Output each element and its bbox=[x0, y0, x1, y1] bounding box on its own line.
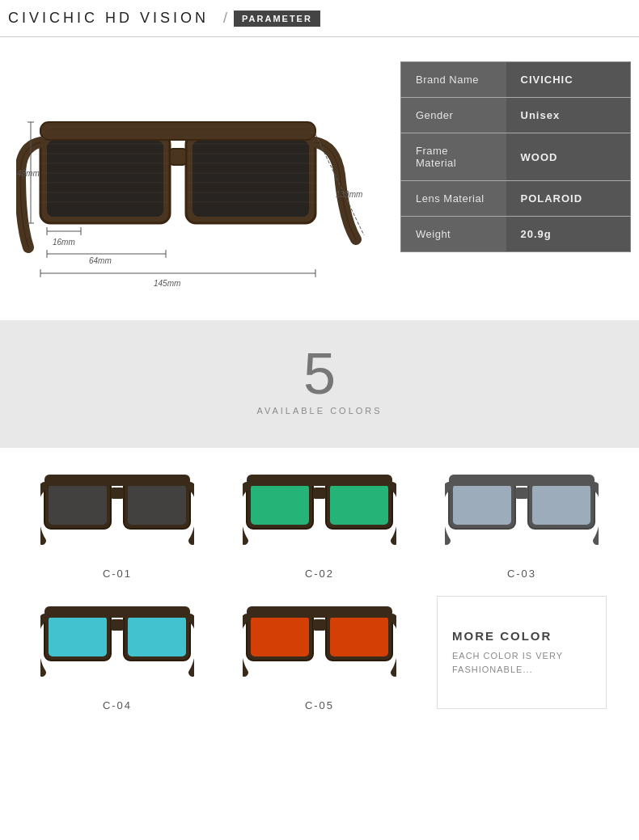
svg-rect-61 bbox=[128, 616, 186, 656]
svg-rect-67 bbox=[330, 616, 388, 656]
glasses-item-c02: C-02 bbox=[226, 464, 413, 580]
glasses-code-c05: C-05 bbox=[305, 699, 334, 711]
glasses-code-c03: C-03 bbox=[507, 568, 536, 580]
spec-value: CIVICHIC bbox=[506, 62, 631, 98]
spec-label: Brand Name bbox=[401, 62, 506, 98]
glasses-image-c04 bbox=[32, 596, 202, 693]
spec-value: Unisex bbox=[506, 98, 631, 133]
svg-rect-56 bbox=[515, 488, 528, 499]
more-color-title: MORE COLOR bbox=[452, 629, 552, 643]
glasses-image-c01 bbox=[32, 464, 202, 561]
glasses-code-c04: C-04 bbox=[103, 699, 132, 711]
svg-rect-1 bbox=[47, 141, 163, 217]
spec-value: 20.9g bbox=[506, 217, 631, 252]
more-color-item: MORE COLOR EACH COLOR IS VERYFASHIONABLE… bbox=[429, 596, 615, 709]
svg-rect-10 bbox=[193, 141, 309, 217]
spec-section: 48mm 16mm 64mm 145mm 139mm Brand NameCIV… bbox=[0, 37, 639, 320]
svg-rect-41 bbox=[49, 484, 107, 525]
header-badge: PARAMETER bbox=[234, 11, 320, 27]
header-title: CIVICHIC HD VISION bbox=[8, 10, 209, 27]
svg-rect-50 bbox=[313, 488, 326, 499]
svg-rect-43 bbox=[128, 484, 186, 525]
svg-rect-51 bbox=[247, 475, 392, 486]
svg-rect-47 bbox=[251, 484, 309, 525]
glasses-code-c02: C-02 bbox=[305, 568, 334, 580]
svg-text:139mm: 139mm bbox=[336, 190, 362, 199]
spec-label: Frame Material bbox=[401, 133, 506, 181]
spec-table-container: Brand NameCIVICHICGenderUnisexFrame Mate… bbox=[400, 53, 631, 252]
colors-number: 5 bbox=[8, 344, 631, 403]
diagram-area: 48mm 16mm 64mm 145mm 139mm bbox=[8, 53, 400, 304]
svg-rect-63 bbox=[44, 606, 190, 618]
colors-section: 5 AVAILABLE COLORS bbox=[0, 320, 639, 448]
page-header: CIVICHIC HD VISION / PARAMETER bbox=[0, 0, 639, 37]
svg-rect-68 bbox=[313, 619, 326, 631]
svg-rect-62 bbox=[111, 619, 124, 631]
svg-rect-18 bbox=[170, 149, 186, 165]
more-color-subtitle: EACH COLOR IS VERYFASHIONABLE... bbox=[452, 649, 563, 676]
glasses-diagram: 48mm 16mm 64mm 145mm 139mm bbox=[16, 78, 380, 304]
spec-label: Weight bbox=[401, 217, 506, 252]
spec-value: WOOD bbox=[506, 133, 631, 181]
glasses-image-c03 bbox=[437, 464, 607, 561]
more-color-box: MORE COLOR EACH COLOR IS VERYFASHIONABLE… bbox=[437, 596, 607, 709]
glasses-image-c05 bbox=[235, 596, 404, 693]
svg-text:48mm: 48mm bbox=[17, 169, 40, 178]
svg-rect-49 bbox=[330, 484, 388, 525]
glasses-item-c03: C-03 bbox=[429, 464, 615, 580]
colors-label: AVAILABLE COLORS bbox=[8, 406, 631, 416]
spec-value: POLAROID bbox=[506, 181, 631, 217]
spec-label: Gender bbox=[401, 98, 506, 133]
glasses-item-c04: C-04 bbox=[24, 596, 210, 711]
spec-table: Brand NameCIVICHICGenderUnisexFrame Mate… bbox=[400, 61, 631, 252]
glasses-item-c05: C-05 bbox=[226, 596, 413, 711]
header-slash: / bbox=[223, 10, 227, 27]
svg-rect-59 bbox=[49, 616, 107, 656]
svg-rect-45 bbox=[44, 475, 190, 486]
glasses-code-c01: C-01 bbox=[103, 568, 132, 580]
svg-rect-69 bbox=[247, 606, 392, 618]
svg-rect-19 bbox=[40, 122, 315, 140]
svg-rect-57 bbox=[449, 475, 595, 486]
glasses-row-2: C-04 C-05 MORE COLOR EACH COLOR bbox=[16, 596, 623, 711]
svg-text:64mm: 64mm bbox=[89, 256, 112, 265]
svg-rect-53 bbox=[453, 484, 511, 525]
svg-rect-65 bbox=[251, 616, 309, 656]
svg-rect-44 bbox=[111, 488, 124, 499]
glasses-image-c02 bbox=[235, 464, 404, 561]
svg-text:145mm: 145mm bbox=[154, 279, 180, 288]
glasses-row-1: C-01 C-02 bbox=[16, 464, 623, 580]
spec-label: Lens Material bbox=[401, 181, 506, 217]
svg-line-38 bbox=[315, 134, 364, 235]
glasses-grid: C-01 C-02 bbox=[0, 448, 639, 744]
svg-rect-55 bbox=[532, 484, 590, 525]
glasses-item-c01: C-01 bbox=[24, 464, 210, 580]
svg-text:16mm: 16mm bbox=[53, 238, 75, 247]
